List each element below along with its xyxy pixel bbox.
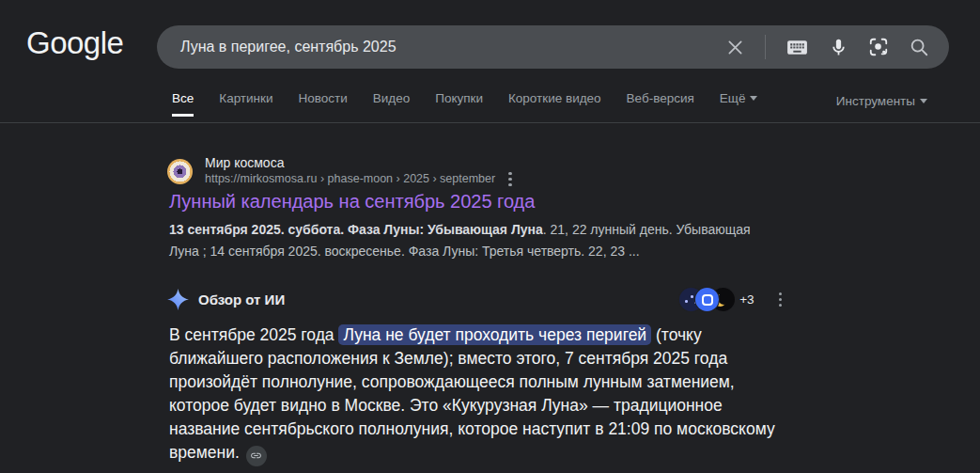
tab-news[interactable]: Новости <box>298 91 347 117</box>
site-favicon-icon <box>167 159 193 184</box>
lens-camera-icon[interactable] <box>868 37 889 57</box>
search-box[interactable]: Луна в перигее, сентябрь 2025 <box>157 25 949 69</box>
tab-all[interactable]: Все <box>172 91 194 117</box>
keyboard-icon[interactable] <box>786 36 809 59</box>
snippet-bold-date: 13 сентября 2025. суббота. Фаза Луны: Уб… <box>169 222 543 237</box>
ai-highlighted-phrase[interactable]: Луна не будет проходить через перигей <box>338 324 651 345</box>
ai-source-favicons[interactable] <box>679 288 735 311</box>
ai-sparkle-icon <box>166 288 190 311</box>
site-name[interactable]: Мир космоса <box>205 155 512 171</box>
tab-videos[interactable]: Видео <box>373 91 410 117</box>
tab-images[interactable]: Картинки <box>219 91 272 117</box>
tools-label: Инструменты <box>836 94 915 108</box>
ai-text-before: В сентябре 2025 года <box>169 325 338 344</box>
result-source-header[interactable]: Мир космоса https://mirkosmosa.ru › phas… <box>167 155 512 187</box>
ai-overview-text: В сентябре 2025 года Луна не будет прохо… <box>169 323 782 466</box>
three-dot-menu-icon[interactable] <box>779 292 782 307</box>
more-sources-badge[interactable]: +3 <box>739 292 754 307</box>
close-icon[interactable] <box>725 38 745 57</box>
link-icon[interactable] <box>246 446 267 466</box>
search-icon[interactable] <box>909 37 929 57</box>
search-input[interactable]: Луна в перигее, сентябрь 2025 <box>157 39 725 55</box>
tab-short-videos[interactable]: Короткие видео <box>508 91 601 117</box>
mic-icon[interactable] <box>829 38 848 57</box>
chevron-down-icon <box>750 96 757 101</box>
ai-text-after: (точку ближайшего расположения к Земле);… <box>169 325 775 462</box>
tab-more[interactable]: Ещё <box>720 91 758 117</box>
chevron-down-icon <box>920 99 927 103</box>
tools-button[interactable]: Инструменты <box>836 94 927 108</box>
header-divider <box>0 122 980 123</box>
three-dot-menu-icon[interactable] <box>508 172 511 186</box>
result-snippet: 13 сентября 2025. суббота. Фаза Луны: Уб… <box>169 219 778 261</box>
result-title-link[interactable]: Лунный календарь на сентябрь 2025 года <box>169 191 535 213</box>
tab-more-label: Ещё <box>720 91 746 105</box>
ai-overview-title: Обзор от ИИ <box>198 292 285 307</box>
search-result-tabs: Все Картинки Новости Видео Покупки Корот… <box>172 91 757 117</box>
tab-shopping[interactable]: Покупки <box>435 91 483 117</box>
google-logo[interactable]: Google <box>26 25 123 61</box>
tab-web[interactable]: Веб-версия <box>627 91 694 117</box>
searchbar-divider <box>765 35 766 59</box>
breadcrumb[interactable]: https://mirkosmosa.ru › phase-moon › 202… <box>205 171 495 187</box>
